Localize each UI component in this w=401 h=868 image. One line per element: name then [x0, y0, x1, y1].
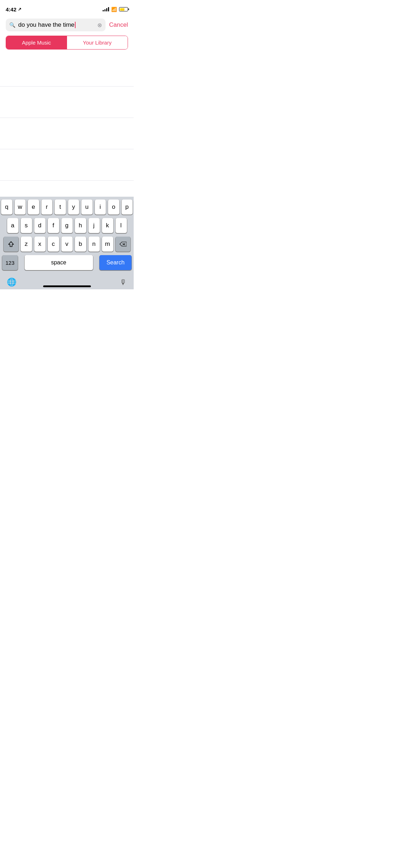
key-c[interactable]: c: [48, 237, 59, 252]
cancel-button[interactable]: Cancel: [109, 21, 128, 29]
segment-control: Apple Music Your Library: [6, 36, 128, 50]
key-k[interactable]: k: [102, 218, 113, 233]
key-h[interactable]: h: [75, 218, 86, 233]
battery: ⚡: [119, 7, 128, 11]
key-r[interactable]: r: [41, 200, 53, 215]
signal-bars: [103, 7, 109, 11]
space-key[interactable]: space: [25, 255, 93, 270]
globe-icon[interactable]: 🌐: [7, 278, 16, 287]
result-row-4: [0, 149, 134, 181]
key-o[interactable]: o: [108, 200, 119, 215]
key-s[interactable]: s: [21, 218, 32, 233]
search-query-text: do you have the time: [18, 21, 74, 29]
key-i[interactable]: i: [95, 200, 106, 215]
signal-bar-1: [103, 10, 104, 11]
key-t[interactable]: t: [55, 200, 66, 215]
key-b[interactable]: b: [75, 237, 86, 252]
key-l[interactable]: l: [115, 218, 127, 233]
result-row-1: [0, 55, 134, 87]
time-label: 4:42: [6, 6, 16, 12]
key-n[interactable]: n: [88, 237, 100, 252]
key-g[interactable]: g: [61, 218, 73, 233]
battery-container: ⚡: [119, 7, 128, 11]
signal-bar-3: [106, 8, 107, 11]
wifi-icon: 📶: [111, 7, 117, 12]
result-row-2: [0, 87, 134, 118]
segment-apple-music[interactable]: Apple Music: [6, 36, 67, 49]
key-d[interactable]: d: [34, 218, 46, 233]
keyboard-row-2: a s d f g h j k l: [1, 218, 133, 233]
mic-icon[interactable]: 🎙: [120, 278, 127, 286]
key-y[interactable]: y: [68, 200, 79, 215]
signal-bar-4: [108, 7, 109, 11]
keyboard-row-1: q w e r t y u i o p: [1, 200, 133, 215]
key-v[interactable]: v: [61, 237, 73, 252]
key-z[interactable]: z: [21, 237, 32, 252]
search-input-area[interactable]: do you have the time: [18, 21, 94, 29]
shift-key[interactable]: [4, 237, 19, 252]
shift-icon: [8, 241, 14, 247]
segment-your-library[interactable]: Your Library: [67, 36, 128, 49]
status-bar: 4:42 ↗ 📶 ⚡: [0, 0, 134, 16]
home-indicator: [43, 285, 91, 287]
keyboard: q w e r t y u i o p a s d f g h j k l z …: [0, 197, 134, 289]
numbers-key[interactable]: 123: [2, 255, 18, 270]
search-icon: 🔍: [9, 22, 15, 28]
key-p[interactable]: p: [122, 200, 133, 215]
location-icon: ↗: [18, 7, 21, 12]
clear-search-button[interactable]: ⊗: [97, 22, 102, 29]
battery-bolt: ⚡: [122, 8, 125, 11]
key-x[interactable]: x: [34, 237, 46, 252]
key-m[interactable]: m: [102, 237, 113, 252]
key-w[interactable]: w: [15, 200, 26, 215]
status-icons: 📶 ⚡: [103, 7, 128, 12]
key-f[interactable]: f: [48, 218, 59, 233]
search-key[interactable]: Search: [99, 255, 132, 270]
key-e[interactable]: e: [28, 200, 39, 215]
battery-fill: ⚡: [120, 8, 124, 11]
key-q[interactable]: q: [1, 200, 12, 215]
backspace-icon: [119, 242, 127, 247]
signal-bar-2: [104, 9, 106, 11]
key-a[interactable]: a: [7, 218, 19, 233]
status-time: 4:42 ↗: [6, 6, 21, 12]
keyboard-row-3: z x c v b n m: [1, 237, 133, 252]
search-bar[interactable]: 🔍 do you have the time ⊗: [6, 19, 106, 31]
result-row-3: [0, 118, 134, 149]
keyboard-row-4: 123 space Search: [1, 255, 133, 270]
search-cursor: [75, 22, 76, 28]
key-j[interactable]: j: [88, 218, 100, 233]
backspace-key[interactable]: [115, 237, 130, 252]
search-container: 🔍 do you have the time ⊗ Cancel: [0, 16, 134, 34]
key-u[interactable]: u: [81, 200, 93, 215]
